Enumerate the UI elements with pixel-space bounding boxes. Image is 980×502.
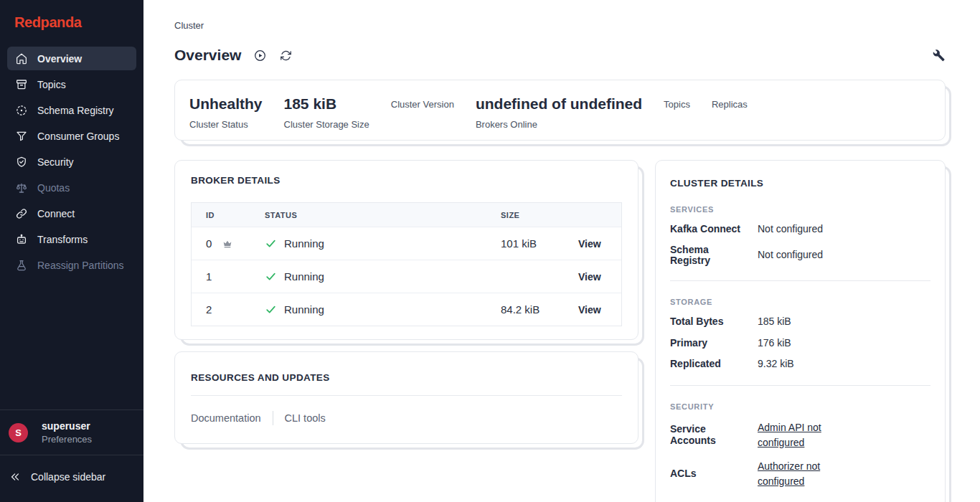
- stat-brokers-online: undefined of undefinedBrokers Online: [476, 94, 642, 130]
- check-icon: [265, 237, 277, 250]
- cluster-stats-bar: UnhealthyCluster Status185 kiBCluster St…: [174, 80, 946, 141]
- detail-row-replicated: Replicated9.32 kiB: [670, 358, 930, 371]
- broker-id-cell: 1: [192, 260, 250, 293]
- detail-label: Schema Registry: [670, 245, 745, 267]
- stat-cluster-version: Cluster Version: [391, 94, 454, 110]
- detail-value-link[interactable]: Admin API not configured: [758, 420, 845, 450]
- broker-size-cell: 101 kiB: [486, 227, 564, 260]
- broker-status-cell: Running: [250, 227, 486, 260]
- check-icon: [265, 303, 277, 316]
- column-header-actions: [564, 203, 621, 227]
- stat-label: Cluster Status: [189, 119, 263, 130]
- flask-icon: [15, 259, 28, 272]
- resources-card: RESOURCES AND UPDATES DocumentationCLI t…: [174, 351, 639, 444]
- link-icon: [15, 207, 28, 220]
- user-menu[interactable]: S superuser Preferences: [0, 410, 143, 455]
- broker-action-cell: View: [564, 293, 621, 326]
- user-name: superuser: [42, 420, 92, 432]
- broker-status-cell: Running: [250, 260, 486, 293]
- stat-label: Cluster Storage Size: [284, 119, 369, 130]
- sidebar-nav: OverviewTopicsSchema RegistryConsumer Gr…: [0, 42, 143, 409]
- cluster-details-card: CLUSTER DETAILS SERVICESKafka ConnectNot…: [655, 160, 946, 502]
- right-column: CLUSTER DETAILS SERVICESKafka ConnectNot…: [655, 160, 946, 502]
- check-icon: [265, 270, 277, 283]
- left-column: BROKER DETAILS IDSTATUSSIZE0Running101 k…: [174, 160, 639, 444]
- broker-id: 0: [206, 237, 212, 250]
- detail-label: Service Accounts: [670, 424, 745, 446]
- stat-value: Unhealthy: [189, 94, 263, 114]
- shield-icon: [15, 156, 28, 169]
- sidebar-item-schema-registry[interactable]: Schema Registry: [7, 98, 136, 122]
- crown-icon: [222, 238, 233, 250]
- detail-row-acls: ACLsAuthorizer not configured: [670, 459, 930, 489]
- detail-value-link[interactable]: Authorizer not configured: [758, 459, 845, 489]
- cluster-details-sections: SERVICESKafka ConnectNot configuredSchem…: [670, 205, 930, 502]
- stat-value: undefined of undefined: [476, 94, 642, 114]
- broker-details-title: BROKER DETAILS: [191, 175, 622, 186]
- view-broker-link[interactable]: View: [578, 271, 601, 283]
- broker-size-cell: [486, 260, 564, 293]
- sidebar-item-topics[interactable]: Topics: [7, 72, 136, 96]
- section-divider: [670, 385, 930, 386]
- detail-row-schema-registry: Schema RegistryNot configured: [670, 245, 930, 267]
- detail-label: Primary: [670, 338, 745, 349]
- title-row: Overview: [174, 47, 946, 64]
- wrench-icon[interactable]: [932, 49, 946, 62]
- detail-label: Replicated: [670, 359, 745, 369]
- broker-status: Running: [284, 237, 324, 250]
- sidebar-item-transforms[interactable]: Transforms: [7, 227, 136, 251]
- cluster-details-title: CLUSTER DETAILS: [670, 178, 930, 189]
- broker-status: Running: [284, 270, 324, 283]
- section-divider: [670, 280, 930, 281]
- broker-table: IDSTATUSSIZE0Running101 kiBView1RunningV…: [191, 202, 622, 326]
- view-broker-link[interactable]: View: [578, 304, 601, 316]
- page-title: Overview: [174, 47, 241, 64]
- view-broker-link[interactable]: View: [578, 238, 601, 250]
- detail-label: Total Bytes: [670, 316, 745, 327]
- column-header-status: STATUS: [250, 203, 486, 227]
- broker-id: 1: [206, 270, 212, 283]
- detail-label: ACLs: [670, 468, 745, 479]
- detail-label: Kafka Connect: [670, 224, 745, 235]
- resources-links: DocumentationCLI tools: [191, 411, 622, 425]
- documentation-link[interactable]: Documentation: [191, 412, 261, 424]
- sidebar-item-label: Reassign Partitions: [37, 260, 124, 271]
- sidebar-item-label: Overview: [37, 53, 82, 65]
- detail-value: 185 kiB: [758, 316, 930, 328]
- detail-value: Not configured: [758, 249, 930, 262]
- collapse-sidebar-button[interactable]: Collapse sidebar: [0, 455, 143, 502]
- sidebar-item-consumer-groups[interactable]: Consumer Groups: [7, 124, 136, 148]
- cli-tools-link[interactable]: CLI tools: [285, 412, 326, 424]
- refresh-icon[interactable]: [279, 49, 293, 62]
- detail-value: 176 kiB: [758, 337, 930, 350]
- broker-size-cell: 84.2 kiB: [486, 293, 564, 326]
- detail-value: Not configured: [758, 223, 930, 236]
- home-icon: [15, 52, 28, 65]
- column-header-id: ID: [192, 203, 250, 227]
- scales-icon: [15, 181, 28, 194]
- robot-icon: [15, 233, 28, 246]
- sidebar-item-label: Transforms: [37, 234, 88, 245]
- stat-topics: Topics: [664, 94, 690, 110]
- chevrons-left-icon: [9, 470, 22, 483]
- section-heading-storage: STORAGE: [670, 298, 930, 306]
- stat-label: Brokers Online: [476, 119, 642, 130]
- resources-divider: [191, 395, 622, 396]
- sidebar-item-reassign-partitions[interactable]: Reassign Partitions: [7, 253, 136, 277]
- play-circle-icon[interactable]: [253, 49, 267, 62]
- funnel-icon: [15, 130, 28, 143]
- detail-row-total-bytes: Total Bytes185 kiB: [670, 316, 930, 328]
- schema-icon: [15, 104, 28, 117]
- topics-icon: [15, 78, 28, 91]
- broker-status-cell: Running: [250, 293, 486, 326]
- breadcrumb[interactable]: Cluster: [174, 20, 946, 31]
- sidebar: Redpanda OverviewTopicsSchema RegistryCo…: [0, 0, 143, 502]
- sidebar-item-connect[interactable]: Connect: [7, 202, 136, 225]
- sidebar-item-label: Schema Registry: [37, 105, 114, 116]
- stat-label: Cluster Version: [391, 99, 454, 110]
- sidebar-item-overview[interactable]: Overview: [7, 47, 136, 70]
- detail-row-service-accounts: Service AccountsAdmin API not configured: [670, 420, 930, 450]
- sidebar-item-security[interactable]: Security: [7, 150, 136, 174]
- user-preferences-link[interactable]: Preferences: [42, 434, 92, 445]
- sidebar-item-quotas[interactable]: Quotas: [7, 176, 136, 199]
